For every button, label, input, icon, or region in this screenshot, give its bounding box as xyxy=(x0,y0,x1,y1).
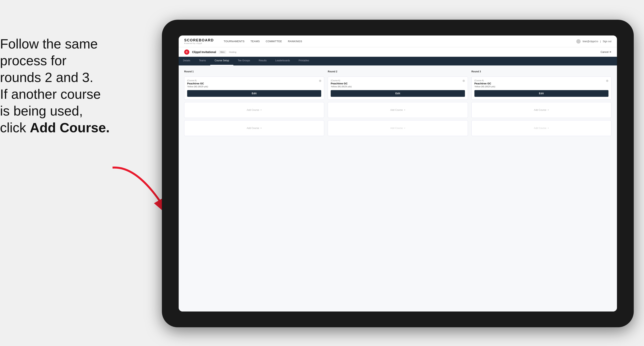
round-1-course-details: Yellow (M) (6629 yds) xyxy=(187,85,321,88)
tab-teams[interactable]: Teams xyxy=(195,57,210,65)
tablet-screen: SCOREBOARD Powered by clippd TOURNAMENTS… xyxy=(179,35,617,312)
user-email: blair@clippd.io xyxy=(582,40,598,43)
round-2-course-name: Peachtree GC xyxy=(331,82,465,85)
round-3-plus-icon-1: + xyxy=(548,109,549,111)
round-2-plus-icon-1: + xyxy=(404,109,405,111)
round-2-delete-icon[interactable]: ⊗ xyxy=(462,79,466,83)
user-avatar xyxy=(576,39,581,44)
round-1-add-course-1[interactable]: Add Course + xyxy=(184,102,324,118)
pipe-separator: | xyxy=(600,40,601,43)
tab-printables[interactable]: Printables xyxy=(294,57,314,65)
round-2-course-details: Yellow (M) (6629 yds) xyxy=(331,85,465,88)
round-3-plus-icon-2: + xyxy=(548,127,549,130)
round-1-course-card: ⊗ (Course A) Peachtree GC Yellow (M) (66… xyxy=(184,76,324,100)
round-2-course-label: (Course A) xyxy=(331,79,465,82)
round-1-add-course-2[interactable]: Add Course + xyxy=(184,120,324,136)
cancel-button[interactable]: Cancel ✕ xyxy=(600,50,612,53)
rounds-container: Round 1 ⊗ (Course A) Peachtree GC Yellow… xyxy=(184,70,612,136)
round-3-course-name: Peachtree GC xyxy=(474,82,608,85)
top-nav: SCOREBOARD Powered by clippd TOURNAMENTS… xyxy=(179,35,617,47)
round-3-course-label: (Course A) xyxy=(474,79,608,82)
logo-sub: Powered by clippd xyxy=(184,42,214,44)
logo-scoreboard: SCOREBOARD xyxy=(184,38,214,42)
round-1-course-label: (Course A) xyxy=(187,79,321,82)
instruction-text: Follow the same process for rounds 2 and… xyxy=(0,35,134,136)
tab-details[interactable]: Details xyxy=(179,57,195,65)
sign-out-link[interactable]: Sign out xyxy=(603,40,612,43)
round-1-plus-icon-2: + xyxy=(260,127,262,130)
round-2-add-course-2: Add Course + xyxy=(328,120,468,136)
round-3-edit-button[interactable]: Edit xyxy=(474,90,608,97)
round-2-course-card: ⊗ (Course A) Peachtree GC Yellow (M) (66… xyxy=(328,76,468,100)
main-content: Round 1 ⊗ (Course A) Peachtree GC Yellow… xyxy=(179,65,617,312)
tab-course-setup[interactable]: Course Setup xyxy=(210,57,233,65)
round-3-add-course-1[interactable]: Add Course + xyxy=(472,102,612,118)
round-1-plus-icon-1: + xyxy=(260,109,262,111)
round-3-add-label-1: Add Course + xyxy=(534,109,549,111)
round-1-column: Round 1 ⊗ (Course A) Peachtree GC Yellow… xyxy=(184,70,324,136)
round-3-column: Round 3 ⊗ (Course A) Peachtree GC Yellow… xyxy=(472,70,612,136)
nav-links: TOURNAMENTS TEAMS COMMITTEE RANKINGS xyxy=(224,40,568,43)
tournament-badge: Men xyxy=(219,50,226,54)
round-1-delete-icon[interactable]: ⊗ xyxy=(318,79,322,83)
round-3-course-details: Yellow (M) (6629 yds) xyxy=(474,85,608,88)
nav-tournaments[interactable]: TOURNAMENTS xyxy=(224,40,244,43)
round-2-title: Round 2 xyxy=(328,70,468,73)
round-3-add-label-2: Add Course + xyxy=(534,127,549,130)
sub-header: C Clippd Invitational Men Hosting Cancel… xyxy=(179,47,617,57)
round-1-add-label-1: Add Course + xyxy=(246,109,262,111)
brand-logo: C xyxy=(184,49,189,55)
round-3-course-card: ⊗ (Course A) Peachtree GC Yellow (M) (66… xyxy=(472,76,612,100)
round-2-column: Round 2 ⊗ (Course A) Peachtree GC Yellow… xyxy=(328,70,468,136)
tablet-frame: SCOREBOARD Powered by clippd TOURNAMENTS… xyxy=(162,20,634,327)
nav-teams[interactable]: TEAMS xyxy=(250,40,260,43)
round-2-plus-icon-2: + xyxy=(404,127,405,130)
tournament-title: Clippd Invitational xyxy=(192,50,216,54)
round-2-add-label-1: Add Course + xyxy=(390,109,405,111)
round-2-add-course-1[interactable]: Add Course + xyxy=(328,102,468,118)
round-1-title: Round 1 xyxy=(184,70,324,73)
round-1-add-label-2: Add Course + xyxy=(246,127,262,130)
round-2-edit-button[interactable]: Edit xyxy=(331,90,465,97)
round-3-delete-icon[interactable]: ⊗ xyxy=(605,79,609,83)
round-2-add-label-2: Add Course + xyxy=(390,127,405,130)
tab-leaderboards[interactable]: Leaderboards xyxy=(271,57,294,65)
tab-results[interactable]: Results xyxy=(254,57,271,65)
tab-bar: Details Teams Course Setup Tee Groups Re… xyxy=(179,57,617,65)
round-3-title: Round 3 xyxy=(472,70,612,73)
round-1-course-name: Peachtree GC xyxy=(187,82,321,85)
nav-right: blair@clippd.io | Sign out xyxy=(576,39,612,44)
nav-rankings[interactable]: RANKINGS xyxy=(288,40,302,43)
nav-committee[interactable]: COMMITTEE xyxy=(266,40,282,43)
logo-area: SCOREBOARD Powered by clippd xyxy=(184,38,214,44)
tab-tee-groups[interactable]: Tee Groups xyxy=(233,57,254,65)
round-3-add-course-2: Add Course + xyxy=(472,120,612,136)
round-1-edit-button[interactable]: Edit xyxy=(187,90,321,97)
host-label: Hosting xyxy=(229,51,236,53)
